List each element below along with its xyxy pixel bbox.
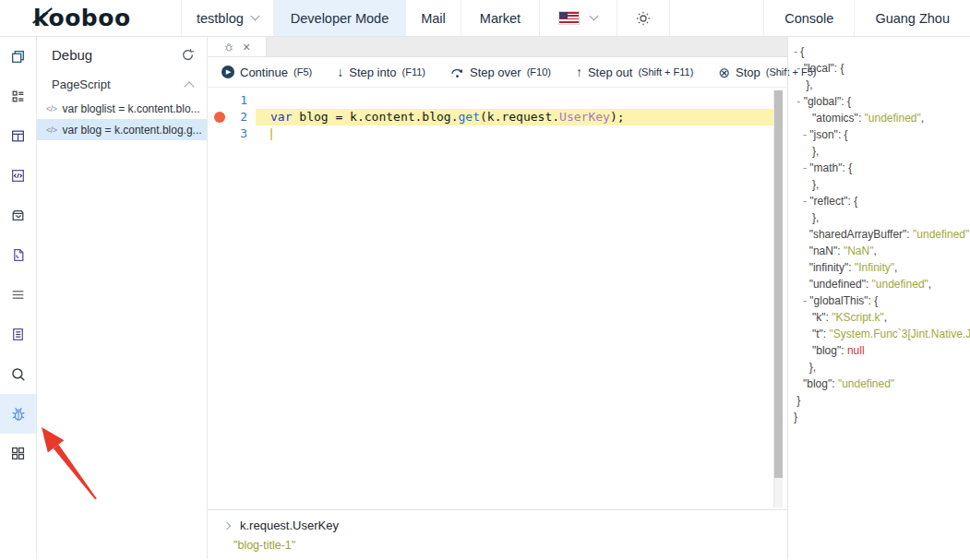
collapse-toggle-icon[interactable] [794, 78, 806, 91]
debug-toolbar: ▶ Continue (F5) ↓ Step into (F11) Step o… [208, 57, 787, 88]
collapse-toggle-icon[interactable] [794, 112, 812, 125]
step-over-button[interactable]: Step over (F10) [450, 66, 551, 79]
debug-editor-tab[interactable]: × [208, 37, 267, 56]
collapse-toggle-icon[interactable] [794, 145, 812, 158]
sidebar-item-debug[interactable] [0, 394, 36, 434]
chevron-right-icon [223, 521, 231, 529]
shortcut-label: (F5) [293, 66, 312, 77]
collapse-toggle-icon[interactable] [794, 361, 809, 374]
variable-row: - "global": { [794, 93, 970, 110]
editor-scrollbar[interactable] [773, 90, 783, 507]
chevron-down-icon [250, 12, 259, 21]
breakpoint-gutter[interactable] [208, 125, 232, 142]
sidebar-item-content-types[interactable] [0, 77, 36, 116]
bug-tab-icon [223, 42, 234, 53]
menu-lines-icon [10, 287, 26, 303]
step-out-button[interactable]: ↑ Step out (Shift + F11) [576, 66, 693, 79]
theme-toggle[interactable] [617, 0, 670, 36]
text-cursor [270, 128, 272, 140]
variable-row: "undefined": "undefined", [794, 276, 970, 292]
collapse-toggle-icon[interactable] [794, 211, 812, 224]
collapse-toggle-icon[interactable] [794, 377, 803, 390]
variable-key: "atomics": [812, 112, 865, 125]
site-selector[interactable]: testblog [181, 0, 273, 36]
collapse-toggle-icon[interactable] [794, 261, 809, 274]
variable-key: }, [812, 145, 819, 158]
left-icon-rail [0, 37, 37, 559]
breakpoint-gutter[interactable] [208, 92, 232, 109]
site-selector-label: testblog [197, 11, 244, 26]
collapse-toggle-icon[interactable]: - [794, 95, 804, 108]
collapse-toggle-icon[interactable] [794, 344, 812, 357]
continue-button[interactable]: ▶ Continue (F5) [222, 66, 312, 79]
variable-row: "naN": "NaN", [794, 243, 970, 259]
debug-script-item-bloglist[interactable]: </> var bloglist = k.content.blo... [37, 98, 207, 119]
variable-row: - { [794, 43, 970, 60]
sidebar-item-search[interactable] [0, 354, 36, 394]
sidebar-item-layouts[interactable] [0, 116, 36, 156]
variable-suffix: , [894, 261, 897, 274]
variable-key: "k": [812, 311, 832, 324]
collapse-toggle-icon[interactable] [794, 311, 812, 324]
breakpoint-dot[interactable] [214, 112, 225, 123]
debug-script-item-blog[interactable]: </> var blog = k.content.blog.g... [37, 119, 207, 140]
sidebar-item-modules[interactable] [0, 434, 36, 473]
variable-row: "infinity": "Infinity", [794, 259, 970, 276]
collapse-toggle-icon[interactable]: - [794, 195, 809, 208]
watch-expression-row[interactable]: k.request.UserKey [224, 518, 787, 532]
sidebar-item-menu[interactable] [0, 275, 36, 315]
stop-icon: ⊗ [718, 66, 730, 79]
content-types-icon [10, 89, 26, 104]
sidebar-item-code[interactable] [0, 156, 36, 196]
variable-row: } [794, 409, 970, 425]
chevron-up-icon [184, 81, 194, 91]
collapse-toggle-icon[interactable] [794, 244, 809, 257]
debug-panel: Debug PageScript </> var bloglist = k.co… [37, 37, 208, 559]
collapse-toggle-icon[interactable]: - [794, 161, 809, 174]
collapse-toggle-icon[interactable]: - [794, 294, 809, 307]
variable-key: } [794, 411, 797, 423]
refresh-icon[interactable] [181, 48, 195, 62]
variable-suffix: , [884, 311, 887, 324]
sidebar-item-scripts[interactable] [0, 235, 36, 275]
tab-mail[interactable]: Mail [405, 0, 461, 36]
variable-string-value: "undefined" [872, 278, 928, 291]
scrollbar-thumb[interactable] [774, 90, 783, 478]
step-out-icon: ↑ [576, 66, 582, 78]
step-into-button[interactable]: ↓ Step into (F11) [337, 66, 425, 79]
logo-text: kooboo [33, 5, 131, 31]
variable-row: "k": "KScript.k", [794, 309, 970, 326]
collapse-toggle-icon[interactable] [794, 278, 809, 291]
watch-result: "blog-title-1" [234, 539, 787, 552]
shortcut-label: (F11) [402, 66, 425, 77]
language-selector[interactable] [539, 0, 617, 36]
sun-icon [636, 11, 651, 26]
variable-row: }, [794, 209, 970, 226]
sidebar-item-forms[interactable] [0, 315, 36, 354]
watch-expression: k.request.UserKey [240, 518, 339, 532]
collapse-toggle-icon[interactable] [794, 178, 812, 191]
collapse-toggle-icon[interactable]: - [794, 62, 804, 75]
kooboo-logo[interactable]: kooboo [0, 0, 181, 36]
tab-developer-mode[interactable]: Developer Mode [273, 0, 405, 36]
line-number: 3 [232, 125, 256, 142]
user-menu[interactable]: Guang Zhou [854, 0, 970, 36]
sidebar-item-pages[interactable] [0, 37, 36, 77]
line-number: 1 [232, 92, 256, 109]
variable-row: "t": "System.Func`3[Jint.Native.JsVa [794, 326, 970, 342]
close-tab-icon[interactable]: × [243, 41, 250, 54]
sidebar-item-storage[interactable] [0, 196, 36, 235]
console-link[interactable]: Console [763, 0, 854, 36]
chevron-down-icon [590, 12, 599, 21]
top-navbar: kooboo testblog Developer Mode Mail Mark… [0, 0, 970, 37]
pagescript-section-header[interactable]: PageScript [37, 71, 207, 98]
collapse-toggle-icon[interactable]: - [794, 128, 809, 141]
breakpoint-gutter[interactable] [208, 109, 232, 125]
variable-row: }, [794, 359, 970, 375]
collapse-toggle-icon[interactable] [794, 228, 809, 241]
variable-key: "reflect": { [809, 195, 857, 208]
collapse-toggle-icon[interactable] [794, 328, 812, 340]
variable-suffix: , [873, 244, 876, 257]
code-editor[interactable]: 1 2 var blog = k.content.blog.get(k.requ… [208, 88, 787, 509]
tab-market[interactable]: Market [461, 0, 539, 36]
